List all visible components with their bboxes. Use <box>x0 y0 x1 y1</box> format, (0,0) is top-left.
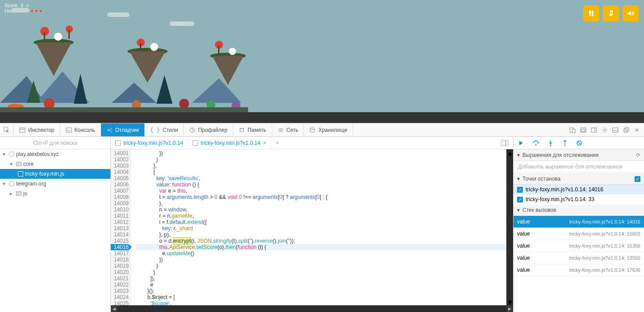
watch-section-header[interactable]: ▾Выражения для отслеживания⟳ <box>514 149 644 161</box>
checkbox-icon[interactable]: ✓ <box>517 197 523 202</box>
svg-point-11 <box>150 43 158 51</box>
svg-rect-28 <box>240 129 244 131</box>
outline-toggle-icon[interactable] <box>501 140 509 146</box>
svg-rect-14 <box>218 46 219 54</box>
svg-point-49 <box>535 144 537 145</box>
step-out-button[interactable] <box>562 140 568 146</box>
svg-rect-37 <box>572 129 575 133</box>
source-folder[interactable]: ▸js <box>0 189 110 198</box>
step-in-button[interactable] <box>547 140 554 146</box>
svg-point-51 <box>550 144 551 146</box>
music-button[interactable] <box>603 5 619 21</box>
source-folder[interactable]: ▾core <box>0 159 110 169</box>
ground-bottom <box>0 112 644 123</box>
tab-console[interactable]: Консоль <box>60 123 101 136</box>
settings-icon[interactable] <box>601 126 608 134</box>
folder-icon <box>16 191 21 196</box>
resume-button[interactable] <box>518 140 524 146</box>
devtools-tabs: Инспектор Консоль Отладчик { }Стили Проф… <box>0 123 644 137</box>
source-host[interactable]: ▾telegram.org <box>0 179 110 189</box>
svg-point-35 <box>310 128 315 130</box>
svg-rect-43 <box>613 128 618 132</box>
source-file[interactable]: tricky-foxy.min.js <box>0 169 110 179</box>
svg-rect-25 <box>66 128 72 132</box>
svg-point-15 <box>229 48 236 55</box>
refresh-icon[interactable]: ⟳ <box>636 152 640 158</box>
folder-icon <box>16 162 21 166</box>
tab-debugger[interactable]: Отладчик <box>101 123 145 136</box>
svg-point-42 <box>604 129 606 131</box>
svg-rect-0 <box>589 11 591 16</box>
svg-point-7 <box>54 33 62 41</box>
checkbox-icon[interactable]: ✓ <box>517 187 523 193</box>
game-canvas <box>0 0 248 123</box>
checkbox-icon[interactable]: ✓ <box>635 176 640 182</box>
file-icon <box>193 140 198 146</box>
sound-button[interactable] <box>623 5 639 21</box>
tab-styles[interactable]: { }Стили <box>145 123 184 136</box>
file-icon <box>115 140 121 146</box>
game-viewport: Score: 3☺ Health: ♥ ♥ ♥ ♥ ♥ <box>0 0 644 123</box>
file-icon <box>18 171 23 177</box>
svg-rect-1 <box>592 11 593 16</box>
globe-icon <box>9 152 14 157</box>
dock-bottom-icon[interactable] <box>612 126 619 134</box>
vertical-scrollbar[interactable]: ▲ ▼ <box>506 149 513 305</box>
tab-inspector[interactable]: Инспектор <box>14 123 60 136</box>
devtools-panel: Инспектор Консоль Отладчик { }Стили Проф… <box>0 123 644 312</box>
editor-tab[interactable]: tricky-foxy.min.js?v1.0.14 <box>111 137 188 149</box>
callstack-section-header[interactable]: ▾Стек вызовов <box>514 204 644 216</box>
svg-point-53 <box>564 144 566 146</box>
callstack-row[interactable]: valuetricky-foxy.min.js?v1.0.14: 13550 <box>514 252 644 264</box>
tab-profiler[interactable]: Профайлер <box>184 123 233 136</box>
breakpoint-row[interactable]: ✓tricky-foxy.min.js?v1.0.14: 14016 <box>514 185 644 194</box>
watch-add-input[interactable]: Добавить выражение для отслеживания <box>514 161 644 173</box>
callstack-row[interactable]: valuetricky-foxy.min.js?v1.0.14: 15603 <box>514 228 644 240</box>
code-content[interactable]: }) } }, { key: 'saveResults', value: fun… <box>131 149 506 305</box>
svg-rect-46 <box>625 127 629 131</box>
breakpoint-row[interactable]: ✓tricky-foxy.min.js?v1.0.14: 33 <box>514 194 644 204</box>
globe-icon <box>9 181 14 186</box>
svg-rect-39 <box>581 129 585 131</box>
tab-network[interactable]: Сеть <box>272 123 304 136</box>
source-host[interactable]: ▾play.alexbelov.xyz <box>0 149 110 159</box>
debug-controls <box>514 137 644 149</box>
pick-element-button[interactable] <box>0 123 14 136</box>
sources-panel: Ctrl+P для поиска ▾play.alexbelov.xyz ▾c… <box>0 137 111 312</box>
responsive-icon[interactable] <box>569 126 576 134</box>
close-tab-icon[interactable]: × <box>263 140 266 146</box>
svg-rect-45 <box>624 129 627 132</box>
svg-rect-23 <box>20 128 25 132</box>
callstack-row[interactable]: valuetricky-foxy.min.js?v1.0.14: 15356 <box>514 240 644 252</box>
tab-storage[interactable]: Хранилище <box>304 123 353 136</box>
dock-side-icon[interactable] <box>590 126 598 134</box>
line-gutter[interactable]: 1400114002140031400414005140061400714008… <box>111 149 131 305</box>
deactivate-bp-button[interactable] <box>576 140 582 146</box>
breakpoints-section-header[interactable]: ▾Точки останова✓ <box>514 173 644 185</box>
svg-rect-4 <box>44 32 45 40</box>
detach-icon[interactable] <box>623 126 630 134</box>
svg-rect-47 <box>502 141 507 145</box>
svg-rect-40 <box>591 128 597 132</box>
sources-search[interactable]: Ctrl+P для поиска <box>0 137 110 149</box>
editor-tab[interactable]: tricky-foxy.min.js?v1.0.14× <box>188 137 271 149</box>
iframe-icon[interactable] <box>580 126 587 134</box>
svg-line-55 <box>578 142 581 144</box>
svg-rect-10 <box>140 43 141 50</box>
svg-rect-6 <box>68 30 70 39</box>
pause-button[interactable] <box>583 5 599 21</box>
callstack-row[interactable]: valuetricky-foxy.min.js?v1.0.14: 17636 <box>514 264 644 276</box>
tab-memory[interactable]: Память <box>233 123 272 136</box>
debugger-right-pane: ▾Выражения для отслеживания⟳ Добавить вы… <box>513 137 644 312</box>
callstack-row[interactable]: valuetricky-foxy.min.js?v1.0.14: 14016 <box>514 216 644 228</box>
close-icon[interactable]: ✕ <box>633 126 640 134</box>
code-pane: tricky-foxy.min.js?v1.0.14 tricky-foxy.m… <box>111 137 513 312</box>
step-over-button[interactable] <box>532 140 539 146</box>
horizontal-scrollbar[interactable]: ◀▶ <box>111 305 513 312</box>
new-tab-button[interactable]: + <box>271 140 283 146</box>
